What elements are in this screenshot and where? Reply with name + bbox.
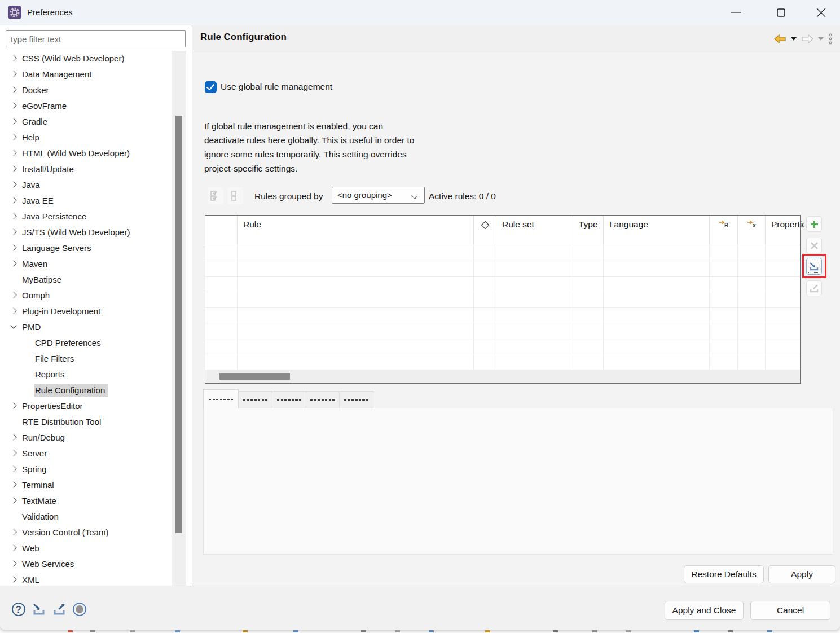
tree-item-run-debug[interactable]: Run/Debug (0, 430, 172, 446)
tab-4[interactable] (306, 391, 340, 408)
recorder-icon[interactable] (72, 602, 87, 617)
table-row[interactable] (205, 245, 800, 261)
column-header-Type[interactable]: Type (574, 216, 604, 245)
filter-input[interactable] (6, 30, 186, 47)
tab-3[interactable] (273, 391, 306, 408)
table-row[interactable] (205, 354, 800, 370)
tree-item-validation[interactable]: Validation (0, 509, 172, 525)
chevron-right-icon[interactable] (10, 102, 16, 108)
chevron-right-icon[interactable] (10, 244, 16, 250)
view-menu-icon[interactable] (828, 33, 833, 45)
chevron-right-icon[interactable] (10, 55, 16, 61)
tree-item-rule-configuration[interactable]: Rule Configuration (0, 383, 172, 398)
table-row[interactable] (205, 339, 800, 354)
tab-2[interactable] (239, 391, 272, 408)
tree-item-reports[interactable]: Reports (0, 367, 172, 383)
chevron-right-icon[interactable] (10, 450, 16, 456)
tree-item-textmate[interactable]: TextMate (0, 493, 172, 509)
chevron-right-icon[interactable] (10, 260, 16, 266)
table-row[interactable] (205, 276, 800, 292)
column-header-blank-0[interactable] (205, 216, 238, 245)
tree-item-java-ee[interactable]: Java EE (0, 193, 172, 209)
tab-1[interactable] (203, 389, 239, 408)
tree-item-egovframe[interactable]: eGovFrame (0, 98, 172, 114)
chevron-right-icon[interactable] (10, 292, 16, 298)
uncheck-all-button[interactable] (227, 187, 243, 204)
tree-item-web[interactable]: Web (0, 540, 172, 556)
tree-item-java[interactable]: Java (0, 177, 172, 193)
chevron-right-icon[interactable] (10, 544, 16, 551)
column-header-Rule[interactable]: Rule (238, 216, 474, 245)
tree-item-docker[interactable]: Docker (0, 82, 172, 98)
tree-item-web-services[interactable]: Web Services (0, 556, 172, 572)
use-global-rule-checkbox[interactable] (205, 81, 217, 93)
restore-defaults-button[interactable]: Restore Defaults (684, 565, 764, 583)
tree-item-server[interactable]: Server (0, 446, 172, 461)
chevron-right-icon[interactable] (10, 165, 16, 172)
add-rule-button[interactable] (806, 216, 822, 232)
forward-history-dropdown-icon[interactable] (817, 37, 824, 41)
chevron-right-icon[interactable] (10, 434, 16, 440)
chevron-right-icon[interactable] (10, 402, 16, 408)
import-preferences-icon[interactable] (32, 603, 46, 616)
table-hscrollbar-thumb[interactable] (219, 373, 290, 380)
chevron-right-icon[interactable] (10, 529, 16, 535)
table-hscrollbar[interactable] (205, 370, 800, 383)
chevron-right-icon[interactable] (10, 497, 16, 503)
column-header-Properties[interactable]: Properties (766, 216, 804, 245)
tree-item-plug-in-development[interactable]: Plug-in Development (0, 304, 172, 319)
tree-item-terminal[interactable]: Terminal (0, 477, 172, 493)
tree-item-install-update[interactable]: Install/Update (0, 161, 172, 177)
cancel-button[interactable]: Cancel (750, 601, 830, 620)
grouping-combobox[interactable]: <no grouping> (332, 187, 425, 204)
tree-item-oomph[interactable]: Oomph (0, 288, 172, 304)
chevron-right-icon[interactable] (10, 213, 16, 219)
tree-item-maven[interactable]: Maven (0, 256, 172, 272)
column-header-icon-x[interactable]: x (738, 216, 766, 245)
chevron-right-icon[interactable] (10, 181, 16, 187)
chevron-down-icon[interactable] (10, 322, 16, 328)
tree-item-css-wild-web-developer-[interactable]: CSS (Wild Web Developer) (0, 51, 172, 67)
table-row[interactable] (205, 307, 800, 323)
tree-scrollbar[interactable] (172, 51, 186, 586)
tree-item-js-ts-wild-web-developer-[interactable]: JS/TS (Wild Web Developer) (0, 225, 172, 240)
column-header-icon-R[interactable]: R (710, 216, 738, 245)
remove-rule-button[interactable] (806, 238, 822, 253)
column-header-Rule set[interactable]: Rule set (497, 216, 573, 245)
export-rule-button[interactable] (806, 280, 822, 296)
apply-and-close-button[interactable]: Apply and Close (665, 601, 744, 620)
chevron-right-icon[interactable] (10, 71, 16, 77)
chevron-right-icon[interactable] (10, 118, 16, 124)
tree-item-help[interactable]: Help (0, 130, 172, 146)
chevron-right-icon[interactable] (10, 134, 16, 140)
chevron-right-icon[interactable] (10, 150, 16, 156)
rules-table[interactable]: Rule◇Rule setTypeLanguageRxProperties (205, 215, 801, 384)
table-row[interactable] (205, 323, 800, 339)
export-preferences-icon[interactable] (52, 603, 67, 616)
chevron-right-icon[interactable] (10, 465, 16, 472)
maximize-button[interactable] (777, 8, 785, 17)
tree-item-version-control-team-[interactable]: Version Control (Team) (0, 525, 172, 540)
tree-item-language-servers[interactable]: Language Servers (0, 240, 172, 256)
tree-item-mybatipse[interactable]: MyBatipse (0, 272, 172, 288)
tree-item-cpd-preferences[interactable]: CPD Preferences (0, 335, 172, 351)
tree-item-xml[interactable]: XML (0, 572, 172, 586)
tree-item-rte-distribution-tool[interactable]: RTE Distribution Tool (0, 414, 172, 430)
back-arrow-icon[interactable] (774, 34, 786, 43)
column-header-◇[interactable]: ◇ (474, 216, 496, 245)
column-header-Language[interactable]: Language (604, 216, 710, 245)
tree-item-pmd[interactable]: PMD (0, 319, 172, 335)
tree-item-spring[interactable]: Spring (0, 461, 172, 477)
close-button[interactable] (816, 8, 826, 17)
help-icon[interactable]: ? (11, 602, 26, 617)
minimize-button[interactable] (731, 12, 741, 13)
back-history-dropdown-icon[interactable] (790, 37, 797, 41)
chevron-right-icon[interactable] (10, 560, 16, 566)
table-row[interactable] (205, 261, 800, 277)
tree-item-propertieseditor[interactable]: PropertiesEditor (0, 398, 172, 414)
chevron-right-icon[interactable] (10, 307, 16, 314)
chevron-right-icon[interactable] (10, 481, 16, 487)
chevron-right-icon[interactable] (10, 86, 16, 93)
chevron-right-icon[interactable] (10, 576, 16, 582)
tree-item-gradle[interactable]: Gradle (0, 114, 172, 130)
